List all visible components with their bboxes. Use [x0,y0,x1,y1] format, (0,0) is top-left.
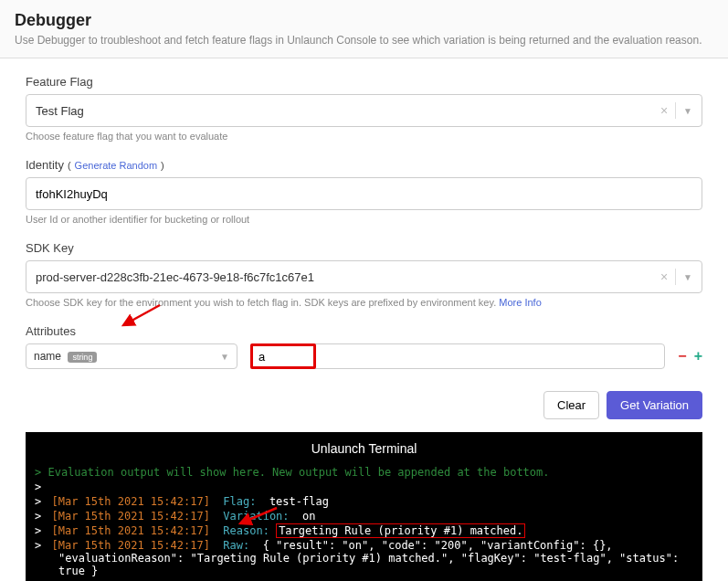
select-controls: × ▼ [660,269,692,285]
terminal-line: > [26,480,702,494]
page-subtitle: Use Debugger to troubleshoot and fetch f… [15,34,713,47]
attribute-name-select[interactable]: name string ▼ [26,343,237,369]
sdk-key-label: SDK Key [26,241,702,255]
terminal: Unlaunch Terminal > Evaluation output wi… [26,432,702,581]
feature-flag-select[interactable]: Test Flag × ▼ [26,94,702,127]
feature-flag-group: Feature Flag Test Flag × ▼ Choose featur… [26,75,702,142]
identity-help: User Id or another identifier for bucket… [26,214,702,225]
button-row: Clear Get Variation [26,391,702,419]
feature-flag-help: Choose feature flag that you want to eva… [26,131,702,142]
chevron-down-icon[interactable]: ▼ [683,272,692,282]
attribute-value-input[interactable] [258,350,308,364]
identity-label: Identity (Generate Random) [26,158,702,172]
attribute-name-value: name [34,350,61,363]
terminal-line-flag: > [Mar 15th 2021 15:42:17] Flag: test-fl… [26,494,702,509]
select-controls: × ▼ [660,102,692,119]
feature-flag-value: Test Flag [36,104,84,118]
feature-flag-label: Feature Flag [26,75,702,89]
get-variation-button[interactable]: Get Variation [607,391,702,419]
add-attribute-icon[interactable]: + [694,348,702,364]
attribute-value-highlight [250,343,316,369]
sdk-key-help: Choose SDK key for the environment you w… [26,297,702,308]
clear-icon[interactable]: × [660,103,668,118]
form-content: Feature Flag Test Flag × ▼ Choose featur… [0,58,728,581]
divider [675,102,676,119]
terminal-line-variation: > [Mar 15th 2021 15:42:17] Variation: on [26,509,702,523]
clear-icon[interactable]: × [660,269,668,284]
sdk-key-value: prod-server-d228c3fb-21ec-4673-9e18-f6c7… [36,270,314,284]
sdk-key-select[interactable]: prod-server-d228c3fb-21ec-4673-9e18-f6c7… [26,260,702,293]
svg-line-0 [123,305,160,325]
divider [675,269,676,285]
terminal-title: Unlaunch Terminal [26,441,702,456]
attribute-row-actions: − + [678,348,702,364]
attribute-row: name string ▼ − + [26,343,702,369]
page-header: Debugger Use Debugger to troubleshoot an… [0,0,728,58]
identity-group: Identity (Generate Random) User Id or an… [26,158,702,225]
type-badge: string [68,352,97,363]
identity-input[interactable] [36,187,692,201]
terminal-line-raw: > [Mar 15th 2021 15:42:17] Raw: { "resul… [26,538,702,578]
generate-random-link[interactable]: Generate Random [75,160,158,171]
attributes-group: Attributes name string ▼ − + [26,324,702,369]
chevron-down-icon[interactable]: ▼ [683,106,692,116]
reason-highlight: Targeting Rule (priority #1) matched. [276,523,525,538]
terminal-hint: > Evaluation output will show here. New … [26,465,702,480]
chevron-down-icon[interactable]: ▼ [220,352,229,362]
page-title: Debugger [15,11,713,30]
remove-attribute-icon[interactable]: − [678,348,686,364]
sdk-key-group: SDK Key prod-server-d228c3fb-21ec-4673-9… [26,241,702,308]
more-info-link[interactable]: More Info [499,297,541,308]
clear-button[interactable]: Clear [543,391,599,419]
identity-input-wrap [26,177,702,210]
attributes-label: Attributes [26,324,702,338]
terminal-line-reason: > [Mar 15th 2021 15:42:17] Reason: Targe… [26,523,702,538]
attribute-value-input-wrap [250,343,665,369]
